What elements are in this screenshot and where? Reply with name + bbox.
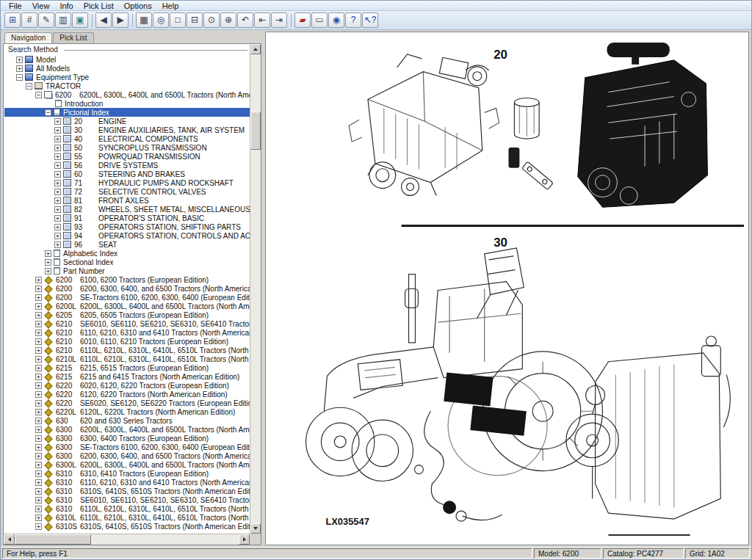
tree-item[interactable]: +91OPERATOR'S STATION, BASIC	[4, 214, 250, 222]
expand-icon[interactable]: +	[54, 145, 61, 151]
expand-icon[interactable]: +	[35, 338, 42, 345]
expand-icon[interactable]: +	[35, 514, 42, 521]
expand-icon[interactable]: +	[35, 462, 42, 468]
tractor-line-art[interactable]	[306, 248, 603, 521]
tree-item[interactable]: +Model	[4, 55, 250, 64]
expand-icon[interactable]: +	[35, 356, 42, 363]
pictorial-index-viewer[interactable]: 20	[265, 32, 749, 545]
sectional-grid-icon[interactable]: ▦	[136, 12, 152, 28]
tab-pick-list[interactable]: Pick List	[53, 32, 93, 43]
expand-icon[interactable]: +	[35, 426, 42, 433]
list-next-icon[interactable]: ⇥	[271, 12, 287, 28]
tree-item[interactable]: +62006200, 6300, 6400, and 6500 Tractors…	[4, 284, 250, 293]
tree-item[interactable]: +6200SE-Tractors 6100, 6200, 6300, 6400 …	[4, 293, 250, 302]
tree-item[interactable]: +55POWRQUAD TRANSMISSION	[4, 152, 250, 161]
scroll-right-icon[interactable]	[239, 534, 250, 545]
expand-icon[interactable]: +	[35, 453, 42, 459]
tree-item[interactable]: +60STEERING AND BRAKES	[4, 170, 250, 178]
tree-item[interactable]: +63106310, 6410 Tractors (European Editi…	[4, 469, 250, 478]
tree-item[interactable]: +20ENGINE	[4, 117, 250, 126]
expand-icon[interactable]: +	[54, 224, 61, 230]
tree-item[interactable]: +6220SE6020, SE6120, SE6220 Tractors (Eu…	[4, 399, 250, 407]
help-icon[interactable]: ?	[345, 12, 361, 28]
expand-icon[interactable]: +	[54, 197, 61, 204]
find-next-icon[interactable]: ⊕	[220, 12, 236, 28]
tree-item[interactable]: +62106110L, 6210L, 6310L, 6410L, 6510L T…	[4, 346, 250, 354]
expand-icon[interactable]: +	[35, 409, 42, 415]
tree-item[interactable]: +6310SE6010, SE6110, SE6210, SE6310, SE6…	[4, 495, 250, 504]
tree-item[interactable]: +62156215 and 6415 Tractors (North Ameri…	[4, 372, 250, 381]
expand-icon[interactable]: +	[54, 215, 61, 222]
expand-icon[interactable]: +	[35, 321, 42, 327]
menu-item-file[interactable]: File	[4, 1, 27, 11]
expand-icon[interactable]: +	[35, 365, 42, 371]
list-previous-icon[interactable]: ⇤	[254, 12, 270, 28]
expand-icon[interactable]: +	[54, 127, 61, 134]
expand-icon[interactable]: +	[35, 330, 42, 336]
context-help-icon[interactable]: ↖?	[362, 12, 378, 28]
tree-item-selected[interactable]: −Pictorial Index	[4, 108, 250, 117]
tree-item[interactable]: +96SEAT	[4, 240, 250, 249]
tree-item[interactable]: +6210L6110L, 6210L, 6310L, 6410L, 6510L …	[4, 354, 250, 363]
tree-item[interactable]: +6310L6110L, 6210L, 6310L, 6410L, 6510L …	[4, 513, 250, 522]
back-icon[interactable]: ◀	[95, 12, 112, 28]
expand-icon[interactable]: +	[54, 171, 61, 178]
tree-item[interactable]: +72SELECTIVE CONTROL VALVES	[4, 187, 250, 196]
expand-icon[interactable]: +	[35, 523, 42, 530]
tree-item[interactable]: +50SYNCROPLUS TRANSMISSION	[4, 143, 250, 152]
tree-item[interactable]: +Alphabetic Index	[4, 249, 250, 258]
highlighter-icon[interactable]: ▰	[294, 12, 311, 28]
horizontal-scrollbar[interactable]	[4, 534, 250, 545]
expand-icon[interactable]: +	[54, 206, 61, 213]
expand-icon[interactable]: +	[35, 303, 42, 310]
expand-icon[interactable]: +	[54, 118, 61, 125]
menu-item-help[interactable]: Help	[157, 1, 184, 11]
tree-item[interactable]: +62206120, 6220 Tractors (North American…	[4, 390, 250, 399]
expand-icon[interactable]: +	[45, 250, 51, 257]
graphics-window-icon[interactable]: ▣	[72, 12, 88, 28]
menu-item-options[interactable]: Options	[119, 1, 157, 11]
collapse-icon[interactable]: −	[35, 92, 42, 98]
expand-icon[interactable]: +	[45, 259, 51, 266]
expand-icon[interactable]: +	[35, 479, 42, 486]
expand-icon[interactable]: +	[54, 241, 61, 248]
collapse-icon[interactable]: −	[16, 74, 23, 81]
expand-icon[interactable]: +	[54, 189, 61, 195]
tree-item[interactable]: +62056205, 6505 Tractors (European Editi…	[4, 310, 250, 319]
engine-line-art[interactable]	[349, 54, 499, 196]
expand-icon[interactable]: +	[54, 136, 61, 142]
tree-item[interactable]: +63006200L, 6300L, 6400L and 6500L Tract…	[4, 425, 250, 434]
tree-item[interactable]: −Equipment Type	[4, 73, 250, 81]
tree-item[interactable]: +Part Number	[4, 266, 250, 275]
tree-item[interactable]: +93OPERATORS STATION, SHIFTING PARTS	[4, 222, 250, 231]
tree-item[interactable]: +63106310S, 6410S, 6510S Tractors (North…	[4, 487, 250, 495]
engine-bottom-art[interactable]	[566, 336, 730, 535]
jump-back-icon[interactable]: ↶	[237, 12, 253, 28]
expand-icon[interactable]: +	[35, 497, 42, 503]
tree-item[interactable]: +62006100, 6200 Tractors (European Editi…	[4, 275, 250, 284]
engine-dark-art[interactable]	[578, 43, 708, 207]
globe-icon[interactable]: ◉	[328, 12, 344, 28]
collapse-icon[interactable]: −	[45, 109, 51, 116]
section-20-label[interactable]: 20	[494, 48, 507, 62]
expand-icon[interactable]: +	[16, 65, 23, 72]
expand-icon[interactable]: +	[35, 374, 42, 380]
tree-item[interactable]: +6210SE6010, SE6110, SE6210, SE6310, SE6…	[4, 319, 250, 328]
tree-item[interactable]: +71HYDRAULIC PUMPS AND ROCKSHAFT	[4, 178, 250, 187]
tree-item[interactable]: +56DRIVE SYSTEMS	[4, 161, 250, 170]
tree-item[interactable]: +6300SE-Tractors 6100, 6200, 6300, 6400 …	[4, 443, 250, 451]
tree-item[interactable]: +6300L6200L, 6300L, 6400L and 6500L Trac…	[4, 460, 250, 469]
vertical-scroll-thumb[interactable]	[250, 112, 261, 150]
tree-item[interactable]: Introduction	[4, 99, 250, 108]
tree-item[interactable]: +All Models	[4, 64, 250, 73]
tree-item[interactable]: +63006200, 6300, 6400, and 6500 Tractors…	[4, 451, 250, 460]
expand-icon[interactable]: +	[54, 180, 61, 186]
tree-item[interactable]: +40ELECTRICAL COMPONENTS	[4, 134, 250, 143]
expand-icon[interactable]: +	[35, 286, 42, 292]
tree-item[interactable]: +62106110, 6210, 6310 and 6410 Tractors …	[4, 328, 250, 337]
menu-item-pick-list[interactable]: Pick List	[79, 1, 119, 11]
tree-item[interactable]: +94OPERATORS STATION, CONTROLS AND ACCES…	[4, 231, 250, 240]
tree-item[interactable]: +6310S6310S, 6410S, 6510S Tractors (Nort…	[4, 522, 250, 531]
tree-item[interactable]: −62006200L, 6300L, 6400L and 6500L Tract…	[4, 90, 250, 99]
tree-item[interactable]: +62106010, 6110, 6210 Tractors (European…	[4, 337, 250, 346]
